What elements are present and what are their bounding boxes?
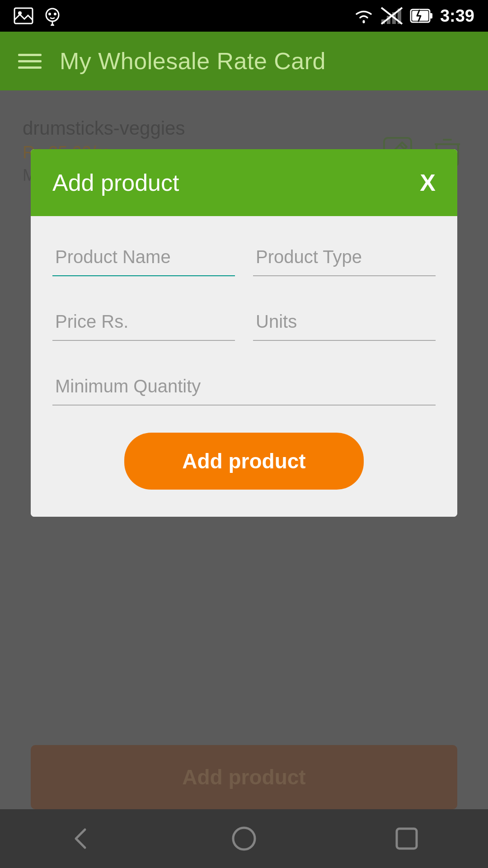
battery-charging-icon — [410, 8, 433, 24]
svg-point-4 — [54, 13, 56, 15]
modal-body: Add product — [31, 216, 457, 517]
units-input[interactable] — [253, 303, 436, 341]
product-name-group — [52, 239, 235, 276]
svg-rect-14 — [430, 13, 432, 19]
modal-header: Add product X — [31, 149, 457, 216]
status-bar: 3:39 — [0, 0, 488, 32]
app-bar: My Wholesale Rate Card — [0, 32, 488, 90]
add-product-submit-button[interactable]: Add product — [124, 433, 364, 490]
product-name-input[interactable] — [52, 239, 235, 276]
status-time: 3:39 — [440, 6, 474, 26]
min-qty-row — [52, 368, 436, 406]
price-rs-input[interactable] — [52, 303, 235, 341]
svg-rect-0 — [14, 8, 33, 24]
cat-icon — [42, 6, 62, 26]
product-type-input[interactable] — [253, 239, 436, 276]
app-title: My Wholesale Rate Card — [60, 47, 326, 75]
minimum-quantity-input[interactable] — [52, 368, 436, 406]
modal-close-button[interactable]: X — [420, 171, 436, 194]
no-signal-icon — [380, 7, 403, 25]
image-icon — [14, 7, 33, 24]
hamburger-menu-icon[interactable] — [18, 54, 42, 69]
svg-point-6 — [51, 24, 54, 26]
status-bar-right-icons: 3:39 — [354, 6, 474, 26]
form-row-2 — [52, 303, 436, 341]
form-row-1 — [52, 239, 436, 276]
status-bar-left-icons — [14, 6, 62, 26]
svg-point-3 — [48, 13, 51, 15]
svg-point-2 — [46, 9, 59, 21]
units-group — [253, 303, 436, 341]
add-product-modal: Add product X Add product — [31, 149, 457, 517]
product-type-group — [253, 239, 436, 276]
modal-title: Add product — [52, 169, 179, 196]
wifi-icon — [354, 8, 374, 24]
price-rs-group — [52, 303, 235, 341]
